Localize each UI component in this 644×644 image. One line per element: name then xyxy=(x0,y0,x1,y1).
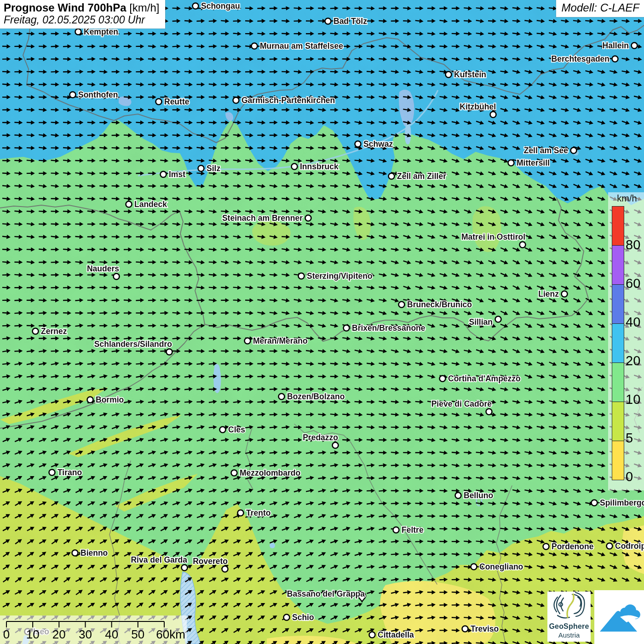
city-marker[interactable] xyxy=(446,72,452,78)
city-marker[interactable] xyxy=(161,172,167,178)
legend-title: km/h xyxy=(611,193,643,204)
city-marker[interactable] xyxy=(72,550,78,556)
city-marker[interactable] xyxy=(279,394,285,400)
city-marker[interactable] xyxy=(607,543,613,549)
scale-label: 0 xyxy=(3,627,10,642)
map-scale-bar: 0102030405060km xyxy=(0,615,187,644)
scale-label: 60km xyxy=(156,627,185,642)
city-label: Zernez xyxy=(41,327,67,336)
city-label: Riva del Garda xyxy=(131,555,187,564)
city-label: Landeck xyxy=(134,200,167,209)
city-label: Feltre xyxy=(402,525,424,535)
model-label-box: Modell: C-LAEF xyxy=(556,0,644,17)
legend-segment xyxy=(612,402,624,441)
city-label: Trento xyxy=(246,508,270,518)
city-label: Kitzbühel xyxy=(460,102,496,111)
city-marker[interactable] xyxy=(33,328,39,334)
city: Cortina d'Ampezzo xyxy=(440,374,521,383)
city-label: Innsbruck xyxy=(300,162,339,171)
city-label: Lienz xyxy=(538,289,559,299)
city-label: Spilimbergo xyxy=(600,498,644,507)
city-marker[interactable] xyxy=(70,92,76,98)
city-marker[interactable] xyxy=(369,632,375,638)
city-label: Rovereto xyxy=(193,557,228,566)
city-marker[interactable] xyxy=(126,201,132,207)
city-marker[interactable] xyxy=(114,274,120,280)
city-marker[interactable] xyxy=(220,427,226,433)
city-marker[interactable] xyxy=(393,527,399,533)
city-marker[interactable] xyxy=(389,173,395,179)
wind-map-canvas[interactable]: SchongauBad TölzKemptenMurnau am Staffel… xyxy=(0,0,644,644)
city-marker[interactable] xyxy=(462,626,468,632)
city-label: Sonthofen xyxy=(78,90,118,99)
city-marker[interactable] xyxy=(87,397,93,403)
scale-label: 10 xyxy=(26,627,40,642)
city-marker[interactable] xyxy=(490,112,496,118)
legend-tick-label: 5 xyxy=(626,431,633,446)
city: Mezzolombardo xyxy=(231,468,301,477)
city: Steinach am Brenner xyxy=(222,213,311,223)
city-marker[interactable] xyxy=(182,565,188,571)
city-marker[interactable] xyxy=(508,160,514,166)
map-title-box: Prognose Wind 700hPa [km/h] Freitag, 02.… xyxy=(0,0,165,29)
legend-segment xyxy=(612,207,624,246)
scale-label: 20 xyxy=(52,627,66,642)
legend-tick-label: 40 xyxy=(626,315,640,330)
city-label: Kempten xyxy=(84,27,118,36)
city-label: Cles xyxy=(228,425,245,434)
wind-speed-legend: km/h 806040201050 xyxy=(608,192,644,490)
city-marker[interactable] xyxy=(333,443,339,448)
city-marker[interactable] xyxy=(75,29,81,35)
city-label: Mittersill xyxy=(517,158,550,167)
city-marker[interactable] xyxy=(399,302,405,308)
city-marker[interactable] xyxy=(198,166,204,172)
city-marker[interactable] xyxy=(325,18,331,24)
city-marker[interactable] xyxy=(305,215,311,221)
city-marker[interactable] xyxy=(222,566,228,572)
legend-tick-label: 60 xyxy=(626,276,640,291)
city-label: Cortina d'Ampezzo xyxy=(448,374,521,383)
city-marker[interactable] xyxy=(355,141,361,147)
city: Brixen/Bressanone xyxy=(344,323,426,333)
weather-app-logo[interactable] xyxy=(594,590,644,644)
city-marker[interactable] xyxy=(471,564,477,570)
city-marker[interactable] xyxy=(245,338,251,344)
city-marker[interactable] xyxy=(233,98,239,104)
page-subtitle-datetime: Freitag, 02.05.2025 03:00 Uhr xyxy=(4,14,160,26)
city-label: Matrei in Osttirol xyxy=(461,232,525,242)
city-marker[interactable] xyxy=(167,349,172,355)
city-marker[interactable] xyxy=(592,500,598,506)
city-label: Meran/Merano xyxy=(253,336,308,345)
city-label: Sterzing/Vipiteno xyxy=(307,271,373,281)
city-marker[interactable] xyxy=(231,470,237,476)
scale-label: 30 xyxy=(79,627,92,642)
city-marker[interactable] xyxy=(156,99,162,105)
legend-tick-label: 20 xyxy=(626,353,640,368)
city-marker[interactable] xyxy=(543,544,549,550)
city-marker[interactable] xyxy=(193,3,199,9)
city-label: Codroipo xyxy=(615,541,644,551)
city-marker[interactable] xyxy=(252,43,258,49)
city-marker[interactable] xyxy=(284,615,290,621)
city-label: Bad Tölz xyxy=(334,17,367,26)
city-marker[interactable] xyxy=(292,164,298,170)
city-marker[interactable] xyxy=(495,316,501,322)
city: Zell am Ziller xyxy=(389,172,447,181)
city-marker[interactable] xyxy=(49,470,55,476)
city-marker[interactable] xyxy=(344,325,350,331)
city-marker[interactable] xyxy=(571,148,577,154)
geosphere-austria-logo[interactable]: GeoSphere Austria xyxy=(547,592,591,642)
city-marker[interactable] xyxy=(632,43,638,49)
city-marker[interactable] xyxy=(299,273,305,279)
city-marker[interactable] xyxy=(486,409,492,415)
city-marker[interactable] xyxy=(440,376,446,382)
city-label: Nauders xyxy=(87,264,119,273)
city-marker[interactable] xyxy=(238,510,244,516)
city-marker[interactable] xyxy=(612,56,618,62)
city-label: Silz xyxy=(207,164,220,173)
city-marker[interactable] xyxy=(520,242,526,248)
city-marker[interactable] xyxy=(455,493,461,499)
city-marker[interactable] xyxy=(562,291,568,297)
city-label: Treviso xyxy=(471,624,499,633)
page-title: Prognose Wind 700hPa [km/h] xyxy=(4,1,160,14)
